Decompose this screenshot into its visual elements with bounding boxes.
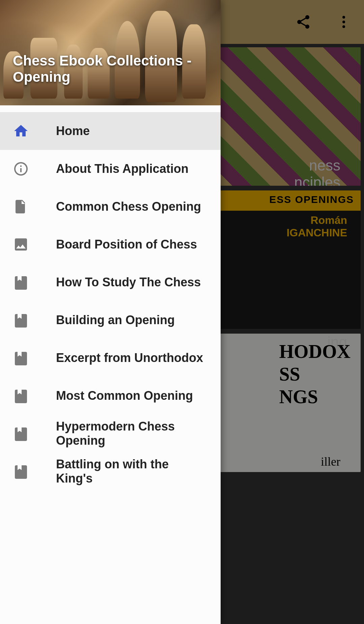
nav-item-label: Hypermodern Chess Opening: [56, 419, 208, 448]
drawer-header: Chess Ebook Collections - Opening: [0, 0, 221, 105]
nav-item-home-0[interactable]: Home: [0, 112, 221, 150]
drawer-title: Chess Ebook Collections - Opening: [13, 53, 221, 85]
nav-item-label: About This Application: [56, 162, 189, 176]
nav-item-bookmark-9[interactable]: Battling on with the King's: [0, 452, 221, 490]
nav-item-doc-2[interactable]: Common Chess Opening: [0, 188, 221, 226]
nav-item-image-3[interactable]: Board Position of Chess: [0, 226, 221, 263]
navigation-drawer: Chess Ebook Collections - Opening HomeAb…: [0, 0, 221, 624]
nav-item-label: Excerpt from Unorthodox: [56, 351, 203, 365]
bookmark-icon: [13, 425, 29, 442]
nav-item-bookmark-8[interactable]: Hypermodern Chess Opening: [0, 415, 221, 452]
bookmark-icon: [13, 463, 29, 479]
nav-item-label: Home: [56, 124, 90, 138]
bookmark-icon: [13, 388, 29, 404]
nav-item-label: Most Common Opening: [56, 389, 193, 403]
nav-item-label: Building an Opening: [56, 313, 175, 327]
nav-item-bookmark-5[interactable]: Building an Opening: [0, 301, 221, 339]
nav-item-label: How To Study The Chess: [56, 275, 201, 289]
nav-item-info-1[interactable]: About This Application: [0, 150, 221, 188]
bookmark-icon: [13, 312, 29, 328]
nav-item-label: Common Chess Opening: [56, 200, 201, 214]
home-icon: [13, 123, 29, 139]
nav-list: HomeAbout This ApplicationCommon Chess O…: [0, 105, 221, 624]
nav-item-bookmark-6[interactable]: Excerpt from Unorthodox: [0, 339, 221, 377]
bookmark-icon: [13, 274, 29, 290]
info-icon: [13, 161, 29, 177]
nav-item-bookmark-7[interactable]: Most Common Opening: [0, 377, 221, 415]
nav-item-label: Board Position of Chess: [56, 237, 197, 252]
nav-item-label: Battling on with the King's: [56, 457, 208, 486]
image-icon: [13, 236, 29, 253]
doc-icon: [13, 199, 29, 215]
bookmark-icon: [13, 350, 29, 366]
nav-item-bookmark-4[interactable]: How To Study The Chess: [0, 263, 221, 301]
